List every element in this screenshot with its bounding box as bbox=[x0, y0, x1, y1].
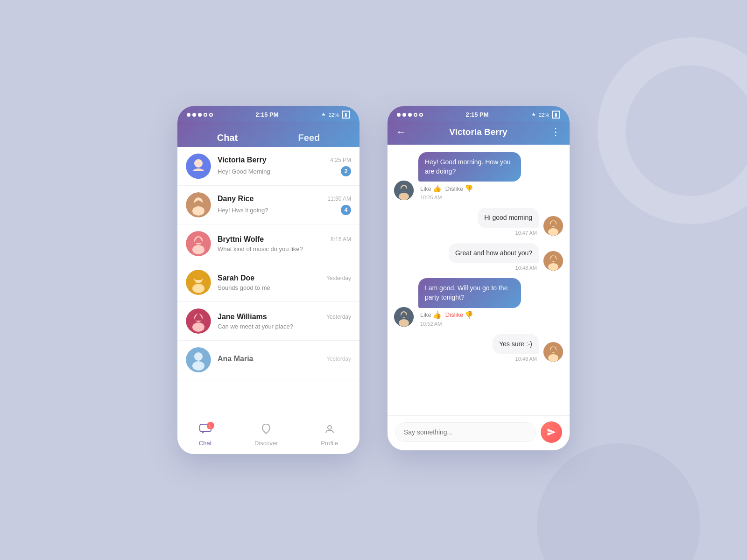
dislike-emoji-1: 👎 bbox=[465, 184, 473, 193]
phone-chat-detail: 2:15 PM ★ 22% ▮ ← Victoria Berry ⋮ H bbox=[388, 106, 570, 450]
bottom-nav: 1 1 Chat Discover Profile bbox=[177, 418, 359, 454]
input-area bbox=[388, 415, 570, 450]
svg-point-16 bbox=[192, 322, 204, 332]
msg-avatar-female-5 bbox=[543, 342, 563, 362]
chat-preview-4: Can we meet at your place? bbox=[218, 323, 293, 330]
chat-badge-1: 4 bbox=[341, 205, 351, 215]
back-button[interactable]: ← bbox=[396, 126, 406, 138]
chat-name-0: Victoria Berry bbox=[218, 156, 267, 164]
msg-avatar-male-4 bbox=[394, 307, 414, 327]
send-button[interactable] bbox=[541, 421, 562, 443]
svg-point-27 bbox=[548, 228, 558, 236]
nav-discover[interactable]: Discover bbox=[254, 424, 278, 447]
nav-profile[interactable]: Profile bbox=[321, 424, 338, 447]
chat-item-5[interactable]: Ana Maria Yesterday bbox=[177, 341, 359, 379]
messages-area: Hey! Good morning. How you are doing? Li… bbox=[388, 145, 570, 415]
svg-rect-3 bbox=[186, 171, 211, 179]
like-emoji-1: 👍 bbox=[433, 184, 442, 193]
chat-preview-2: What kind of music do you like? bbox=[218, 245, 303, 252]
message-5: Yes sure :-) 10:48 AM bbox=[394, 334, 563, 362]
tab-feed[interactable]: Feed bbox=[284, 129, 334, 147]
avatar-sarah bbox=[186, 270, 211, 295]
msg-bubble-4: I am good, Will you go to the party toni… bbox=[418, 278, 521, 308]
discover-nav-icon bbox=[261, 424, 272, 438]
msg-bubble-3: Great and how about you? bbox=[449, 243, 539, 264]
svg-point-1 bbox=[194, 159, 203, 168]
chat-item-0[interactable]: Victoria Berry 4:25 PM Hey! Good Morning… bbox=[177, 147, 359, 186]
status-bar-1: 2:15 PM ★ 22% ▮ bbox=[177, 106, 359, 121]
battery-text: 22% bbox=[329, 112, 339, 118]
msg-content-4: I am good, Will you go to the party toni… bbox=[418, 278, 521, 326]
chat-item-3[interactable]: Sarah Doe Yesterday Sounds good to me bbox=[177, 263, 359, 302]
message-1: Hey! Good morning. How you are doing? Li… bbox=[394, 152, 563, 200]
msg-content-3: Great and how about you? 10:48 AM bbox=[449, 243, 539, 271]
msg-time-2: 10:47 AM bbox=[515, 230, 537, 236]
tab-bar: Chat Feed bbox=[177, 126, 359, 147]
msg-time-5: 10:48 AM bbox=[515, 356, 537, 362]
msg-avatar-female-2 bbox=[543, 216, 563, 236]
chat-info-1: Dany Rice 11:30 AM Hey! Hws it going? 4 bbox=[218, 195, 351, 215]
chat-item-4[interactable]: Jane Williams Yesterday Can we meet at y… bbox=[177, 302, 359, 341]
tab-chat[interactable]: Chat bbox=[203, 129, 252, 147]
chat-item-1[interactable]: Dany Rice 11:30 AM Hey! Hws it going? 4 bbox=[177, 186, 359, 224]
msg-content-1: Hey! Good morning. How you are doing? Li… bbox=[418, 152, 521, 200]
phone1-header: Chat Feed bbox=[177, 121, 359, 147]
svg-point-33 bbox=[399, 319, 409, 327]
chat-time-0: 4:25 PM bbox=[330, 157, 351, 163]
message-2: Hi good morning 10:47 AM bbox=[394, 208, 563, 236]
avatar-bryttni bbox=[186, 231, 211, 256]
msg-avatar-male-1 bbox=[394, 181, 414, 200]
chat-preview-3: Sounds good to me bbox=[218, 284, 270, 291]
chat-list: Victoria Berry 4:25 PM Hey! Good Morning… bbox=[177, 147, 359, 418]
like-button-1[interactable]: Like 👍 bbox=[420, 184, 442, 193]
chat-time-2: 8:15 AM bbox=[331, 236, 351, 243]
chat-name-4: Jane Williams bbox=[218, 313, 267, 321]
chat-name-5: Ana Maria bbox=[218, 355, 253, 363]
message-4: I am good, Will you go to the party toni… bbox=[394, 278, 563, 326]
message-3: Great and how about you? 10:48 AM bbox=[394, 243, 563, 271]
nav-chat-label: Chat bbox=[199, 440, 211, 447]
chat-item-2[interactable]: Bryttni Wolfe 8:15 AM What kind of music… bbox=[177, 224, 359, 263]
more-button[interactable]: ⋮ bbox=[550, 126, 561, 138]
profile-nav-icon bbox=[324, 424, 335, 438]
msg-reactions-1: Like 👍 Dislike 👎 bbox=[420, 184, 521, 193]
dislike-emoji-4: 👎 bbox=[465, 311, 473, 319]
dislike-button-1[interactable]: Dislike 👎 bbox=[445, 184, 473, 193]
like-emoji-4: 👍 bbox=[433, 311, 442, 319]
bluetooth-icon: ★ bbox=[321, 112, 326, 118]
dot4 bbox=[204, 113, 207, 117]
nav-chat[interactable]: 1 1 Chat bbox=[199, 424, 211, 447]
signal-dots bbox=[187, 113, 213, 117]
svg-point-6 bbox=[192, 206, 204, 216]
chat-name-1: Dany Rice bbox=[218, 195, 254, 203]
svg-point-9 bbox=[192, 245, 204, 254]
message-input[interactable] bbox=[395, 422, 536, 442]
dislike-button-4[interactable]: Dislike 👎 bbox=[445, 311, 473, 319]
chat-time-4: Yesterday bbox=[326, 314, 351, 320]
msg-bubble-1: Hey! Good morning. How you are doing? bbox=[418, 152, 521, 182]
avatar-ana bbox=[186, 347, 211, 372]
svg-point-30 bbox=[548, 263, 558, 271]
chat-name-2: Bryttni Wolfe bbox=[218, 235, 264, 244]
chat-info-0: Victoria Berry 4:25 PM Hey! Good Morning… bbox=[218, 156, 351, 176]
nav-discover-label: Discover bbox=[254, 440, 278, 447]
svg-point-19 bbox=[192, 361, 204, 371]
bg-decoration-arc bbox=[598, 37, 747, 224]
msg-time-1: 10:25 AM bbox=[420, 195, 521, 200]
status-bar-2: 2:15 PM ★ 22% ▮ bbox=[388, 106, 570, 121]
chat-time-3: Yesterday bbox=[326, 275, 351, 281]
nav-profile-label: Profile bbox=[321, 440, 338, 447]
phone-chat-list: 2:15 PM ★ 22% ▮ Chat Feed bbox=[177, 106, 359, 454]
phones-container: 2:15 PM ★ 22% ▮ Chat Feed bbox=[177, 106, 570, 454]
dot2 bbox=[192, 113, 196, 117]
msg-content-5: Yes sure :-) 10:48 AM bbox=[493, 334, 539, 362]
status-right-2: ★ 22% ▮ bbox=[531, 111, 560, 119]
avatar-jane bbox=[186, 308, 211, 334]
svg-point-24 bbox=[399, 193, 409, 200]
status-time-1: 2:15 PM bbox=[255, 111, 278, 118]
chat-name-3: Sarah Doe bbox=[218, 274, 254, 282]
svg-point-12 bbox=[192, 284, 204, 293]
like-button-4[interactable]: Like 👍 bbox=[420, 311, 442, 319]
bg-decoration-bottom bbox=[537, 443, 700, 560]
chat-info-2: Bryttni Wolfe 8:15 AM What kind of music… bbox=[218, 235, 351, 252]
